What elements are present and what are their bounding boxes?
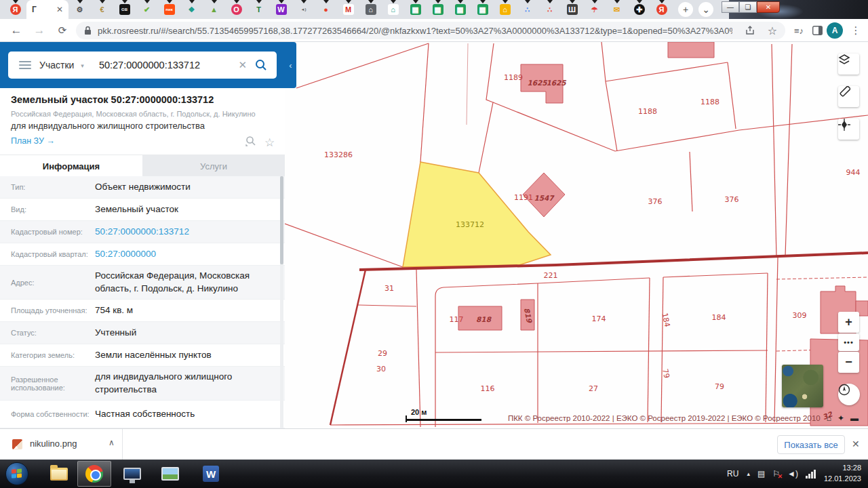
language-indicator[interactable]: RU — [727, 469, 738, 479]
tab-services[interactable]: Услуги — [142, 155, 285, 177]
basemap-thumbnail[interactable] — [782, 365, 823, 407]
tab-information[interactable]: Информация — [0, 155, 142, 177]
pinned-tab-sheet2[interactable]: ▦ — [427, 0, 449, 19]
pinned-tab-sheet3[interactable]: ▦ — [449, 0, 471, 19]
cadastral-quarter-link[interactable]: 50:27:0000000 — [94, 243, 274, 265]
profile-avatar[interactable]: A — [827, 22, 843, 39]
close-button[interactable]: ✕ — [757, 1, 780, 13]
locate-button[interactable] — [838, 119, 859, 140]
pinned-tab-o[interactable]: O — [225, 0, 248, 19]
pinned-tab-umbrella[interactable]: ☂ — [583, 0, 606, 19]
scale-bar — [406, 419, 481, 421]
taskbar-clock[interactable]: 13:28 12.01.2023 — [824, 463, 861, 485]
search-category-select[interactable]: Участки — [39, 60, 74, 70]
share-icon[interactable] — [745, 25, 755, 36]
pinned-tab-t[interactable]: Т — [248, 0, 270, 19]
menu-icon[interactable] — [19, 61, 31, 69]
pinned-tab-home3[interactable]: ⌂ — [494, 0, 516, 19]
layers-button[interactable] — [838, 54, 859, 75]
close-shelf-icon[interactable]: ✕ — [852, 439, 860, 449]
pinned-tab-wb[interactable]: W — [270, 0, 292, 19]
taskbar-explorer-button[interactable] — [42, 461, 76, 487]
downloaded-file-button[interactable]: nikulino.png — [30, 439, 77, 449]
scrollbar-thumb[interactable] — [280, 176, 283, 264]
zoom-to-object-icon[interactable] — [245, 136, 256, 148]
zoom-out-button[interactable]: − — [838, 352, 859, 373]
tab-search-button[interactable]: ⌄ — [698, 2, 713, 17]
zoom-in-button[interactable]: + — [838, 312, 859, 333]
parcel-label: 309 — [793, 311, 807, 320]
pinned-tab-sheet1[interactable]: ▦ — [404, 0, 427, 19]
notification-icon[interactable]: ▤ — [757, 469, 765, 479]
pinned-tab-sheet4[interactable]: ▦ — [471, 0, 494, 19]
action-center-flag-icon[interactable]: ⚐✕ — [772, 469, 780, 479]
cadastral-number-link[interactable]: 50:27:0000000:133712 — [94, 221, 274, 243]
pinned-tab-check[interactable]: ✔ — [136, 0, 158, 19]
pinned-tab-dots1[interactable]: ∴ — [516, 0, 538, 19]
taskbar-computer-button[interactable] — [115, 461, 149, 487]
pinned-tab-leaf[interactable]: ❖ — [180, 0, 203, 19]
pinned-tab-dots2[interactable]: ∴ — [538, 0, 561, 19]
pinned-tab-pin[interactable]: ● — [315, 0, 337, 19]
pinned-tab-audio[interactable]: ◄) — [292, 0, 315, 19]
map-canvas[interactable]: 133286 1189 1625 1625 1188 1188 944 376 … — [285, 42, 868, 428]
show-all-downloads-button[interactable]: Показать все — [777, 435, 845, 454]
pinned-tab-home1[interactable]: ⌂ — [359, 0, 382, 19]
reload-icon[interactable]: ⟳ — [53, 19, 72, 42]
minimize-button[interactable]: — — [722, 1, 739, 13]
parcel-label: 944 — [846, 168, 861, 177]
address-bar[interactable]: pkk.rosreestr.ru/#/search/55.71354659957… — [76, 22, 785, 39]
reading-list-icon[interactable]: ≡♪ — [791, 19, 807, 42]
taskbar-word-button[interactable]: W — [194, 461, 228, 487]
pinned-tab-yandex[interactable]: Я — [4, 0, 26, 19]
parcel-label: 376 — [648, 197, 663, 206]
pinned-tab-yandex2[interactable]: Я — [650, 0, 673, 19]
side-panel-icon[interactable] — [810, 19, 825, 42]
forward-icon[interactable]: → — [30, 19, 49, 42]
pinned-tab-mail[interactable]: ✉ — [606, 0, 628, 19]
bookmark-star-icon[interactable]: ☆ — [768, 24, 777, 37]
search-bar[interactable]: Участки ▾ 50:27:0000000:133712 ✕ — [8, 52, 277, 79]
parcel-usage-text: для индвидуального жилищного строительст… — [11, 121, 205, 131]
active-tab[interactable]: Г ✕ — [26, 0, 68, 19]
clear-search-icon[interactable]: ✕ — [238, 59, 247, 71]
chevron-down-icon[interactable]: ▾ — [81, 62, 84, 69]
download-expand-icon[interactable]: ∧ — [108, 438, 115, 447]
tab-close-icon[interactable]: ✕ — [56, 5, 63, 14]
pinned-tab-coin[interactable]: € — [91, 0, 113, 19]
favorite-star-icon[interactable]: ☆ — [264, 136, 275, 150]
taskbar-chrome-button[interactable] — [77, 461, 111, 487]
building-label: 1625 — [546, 79, 566, 87]
measure-button[interactable] — [838, 86, 859, 107]
volume-icon[interactable]: ◄) — [787, 469, 798, 479]
restore-button[interactable]: ❏ — [739, 1, 757, 13]
pinned-tab-mountain[interactable]: ▲ — [203, 0, 225, 19]
search-result-card[interactable]: Земельный участок 50:27:0000000:133712 Р… — [0, 88, 285, 155]
parcel-label: 116 — [481, 384, 495, 393]
pinned-tab-gmail[interactable]: M — [337, 0, 359, 19]
parcel-address-subtitle: Российская Федерация, Московская область… — [11, 110, 256, 118]
hidden-icons-chevron[interactable]: ▴ — [747, 470, 750, 477]
pinned-tab-pik[interactable]: пик — [158, 0, 180, 19]
back-icon[interactable]: ← — [7, 19, 26, 42]
new-tab-button[interactable]: + — [678, 2, 693, 17]
search-icon[interactable] — [255, 59, 267, 71]
pinned-tab-settings[interactable]: ⚙ — [68, 0, 91, 19]
clock-date: 12.01.2023 — [824, 474, 861, 485]
start-button[interactable] — [5, 462, 28, 485]
pinned-tab-gb[interactable]: GB — [113, 0, 136, 19]
pinned-tab-sh[interactable]: Ш — [561, 0, 583, 19]
sidebar-scrollbar[interactable] — [280, 176, 283, 428]
network-icon[interactable] — [806, 470, 816, 479]
pinned-tab-plus[interactable]: ✚ — [628, 0, 650, 19]
map-more-button[interactable]: ••• — [838, 333, 859, 351]
search-input[interactable]: 50:27:0000000:133712 — [99, 60, 239, 70]
parcel-label: 29 — [378, 349, 387, 358]
collapse-sidebar-button[interactable]: ‹ — [285, 42, 296, 88]
compass-button[interactable] — [838, 384, 860, 405]
taskbar-photos-button[interactable] — [153, 461, 187, 487]
browser-menu-icon[interactable]: ⋮ — [849, 19, 863, 42]
pinned-tab-home2[interactable]: ⌂ — [382, 0, 404, 19]
map-pin-icon: ● — [321, 4, 332, 15]
plan-zu-link[interactable]: План ЗУ → — [11, 136, 55, 146]
